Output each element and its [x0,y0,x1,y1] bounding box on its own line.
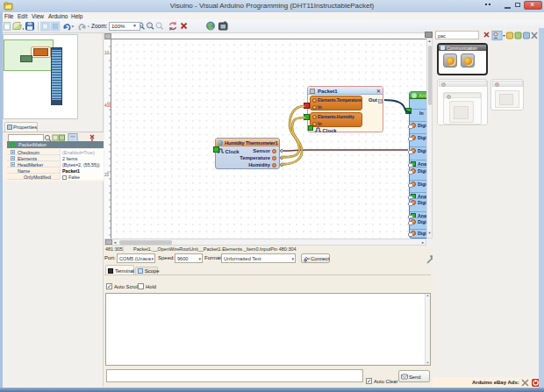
svg-text:10: 10 [104,51,110,55]
svg-text:20: 20 [104,173,110,177]
svg-text:400: 400 [104,103,111,108]
